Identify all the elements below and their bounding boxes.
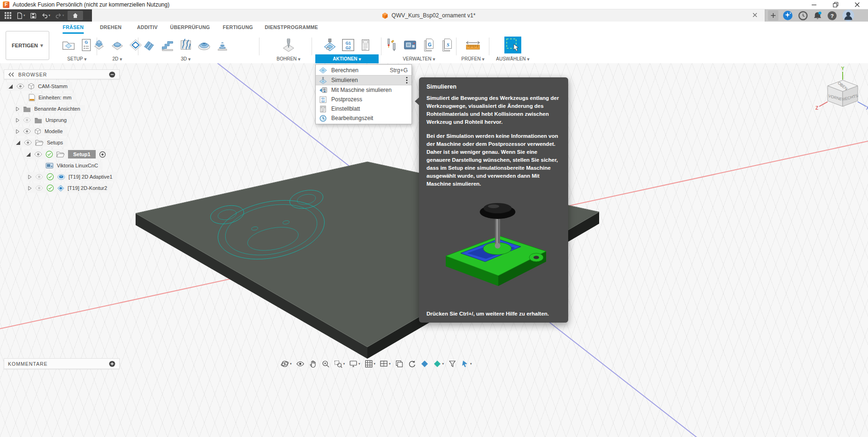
regenerate-button[interactable] [408,360,416,368]
sdoc-icon[interactable]: S [440,38,454,52]
fertigen-workspace-dropdown[interactable]: FERTIGEN▼ [6,31,49,60]
browser-row--t19-2d-adaptive1[interactable]: [T19] 2D Adaptive1 [26,172,117,182]
browser-row-setup1[interactable]: Setup1 [24,149,111,159]
file-menu-button[interactable]: ▾ [15,11,27,20]
redo-button[interactable]: ▾ [53,11,66,20]
machine-big-icon[interactable] [403,38,418,52]
workspace-tab-additiv[interactable]: ADDITIV [137,24,158,32]
g1g2-big-icon[interactable]: G1G2 [341,38,355,52]
look-at-button[interactable] [296,360,305,368]
more-options-icon[interactable] [406,76,408,84]
ribbon-group-label-3d[interactable]: 3D ▼ [139,54,233,64]
zoom-window-button[interactable]: ▾ [334,360,345,368]
minimize-browser-icon[interactable] [109,71,115,78]
toolpath-display-button[interactable] [420,360,429,368]
op3d-2-icon[interactable] [160,38,175,52]
expander-icon[interactable] [15,129,20,134]
help-button[interactable]: ? [827,11,837,21]
ribbon-group-label-2d[interactable]: 2D ▼ [97,54,138,64]
visibility-eye-icon[interactable] [16,83,24,89]
stock-display-button[interactable]: ▾ [433,360,444,368]
compare-button[interactable] [395,360,404,368]
expander-icon[interactable] [8,84,13,89]
ribbon-group-label-aktionen[interactable]: AKTIONEN ▼ [315,54,379,64]
browser-row-ursprung[interactable]: Ursprung [14,115,71,125]
workspace-tab-fertigung[interactable]: FERTIGUNG [223,24,253,32]
browser-row-modelle[interactable]: Modelle [14,126,68,136]
visibility-eye-icon[interactable] [35,174,43,180]
notifications-button[interactable] [813,11,822,21]
close-tab-icon[interactable] [753,13,757,17]
workspace-tab-überprüfung[interactable]: ÜBERPRÜFUNG [170,24,210,32]
probe-icon[interactable] [384,38,398,52]
op3d-1-icon[interactable] [142,38,156,52]
menu-item-simulieren[interactable]: Simulieren [316,75,411,85]
setup-new-icon[interactable] [61,38,76,52]
ribbon-group-label-verwalten[interactable]: VERWALTEN ▼ [383,54,455,64]
visibility-eye-icon[interactable] [24,140,32,145]
workspace-tab-dienstprogramme[interactable]: DIENSTPROGRAMME [265,24,318,32]
ribbon-group-label-prüfen[interactable]: PRÜFEN ▼ [458,54,488,64]
browser-row-cam-stamm[interactable]: CAM-Stamm [7,81,72,91]
minimize-button[interactable] [803,0,825,9]
app-grid-button[interactable] [3,11,13,20]
visibility-eye-icon[interactable] [35,185,43,191]
selection-tools-button[interactable]: ▾ [461,360,472,368]
visibility-eye-icon[interactable] [23,117,31,123]
view-cube[interactable]: Y Z X OBEN VORNE RECHTS [814,64,868,113]
browser-row-benannte-ansichten[interactable]: Benannte Ansichten [14,104,85,114]
expander-icon[interactable] [15,106,20,112]
expand-comments-icon[interactable] [109,361,115,367]
gsheet-icon[interactable]: G [80,38,93,52]
op3d-3-icon[interactable] [179,38,193,52]
display-settings-button[interactable]: ▾ [349,360,360,368]
close-button[interactable] [846,0,868,9]
orbit-button[interactable]: ▾ [281,360,292,368]
expander-icon[interactable] [28,186,32,191]
op3d-5-icon[interactable] [215,38,229,52]
visibility-eye-icon[interactable] [23,128,31,134]
browser-row--t19-2d-kontur2[interactable]: [T19] 2D-Kontur2 [26,183,112,193]
browser-row-setups[interactable]: Setups [14,137,68,148]
active-setup-radio-icon[interactable] [99,151,106,158]
undo-button[interactable]: ▾ [40,11,52,20]
pan-button[interactable] [309,360,317,368]
ribbon-group-label-auswählen[interactable]: AUSWÄHLEN ▼ [490,54,536,64]
save-button[interactable] [29,11,38,20]
menu-item-postprozess[interactable]: G1G2Postprozess [316,95,411,104]
ruler-big-icon[interactable] [465,38,481,52]
menu-item-einstellblatt[interactable]: Einstellblatt [316,104,411,113]
zoom-button[interactable] [321,360,330,368]
visibility-eye-icon[interactable] [34,151,42,157]
ribbon-group-label-setup[interactable]: SETUP ▼ [57,54,97,64]
new-tab-button[interactable] [768,10,778,21]
document-tab[interactable]: QWV_Kurs_Bsp02_ornament v1* [92,9,765,22]
workspace-tab-fräsen[interactable]: FRÄSEN [63,24,84,34]
collapse-panel-icon[interactable] [8,72,15,77]
grid-snap-button[interactable]: ▾ [365,360,376,368]
pocket2d-icon[interactable] [92,38,106,52]
menu-item-bearbeitungszeit[interactable]: Bearbeitungszeit [316,113,411,123]
expander-icon[interactable] [26,152,31,157]
expander-icon[interactable] [15,118,20,123]
home-view-button[interactable] [68,11,83,20]
3d-viewport[interactable]: BROWSER CAM-StammEinheiten: mmBenannte A… [0,63,868,437]
browser-row-einheiten-mm[interactable]: Einheiten: mm [27,92,76,103]
browser-row-viktoria-linuxcnc[interactable]: Viktoria LinuxCnC [44,160,103,171]
extensions-button[interactable] [783,10,793,21]
expander-icon[interactable] [15,140,21,145]
simulate-big-icon[interactable] [323,38,337,52]
select-big-icon[interactable] [504,37,521,53]
maximize-button[interactable] [825,0,846,9]
job-status-button[interactable] [798,11,808,21]
op3d-4-icon[interactable] [197,38,211,52]
expander-icon[interactable] [28,174,32,180]
ribbon-group-label-bohren[interactable]: BOHREN ▼ [266,54,311,64]
account-avatar[interactable] [842,9,854,22]
sheet2-icon[interactable] [359,38,372,52]
gdoc-icon[interactable]: G [422,38,436,52]
menu-item-mit-maschine-simulieren[interactable]: Mit Maschine simulieren [316,85,411,95]
workspace-tab-drehen[interactable]: DREHEN [100,24,122,32]
face2d-icon[interactable] [110,38,124,52]
point-filter-button[interactable] [448,360,457,368]
